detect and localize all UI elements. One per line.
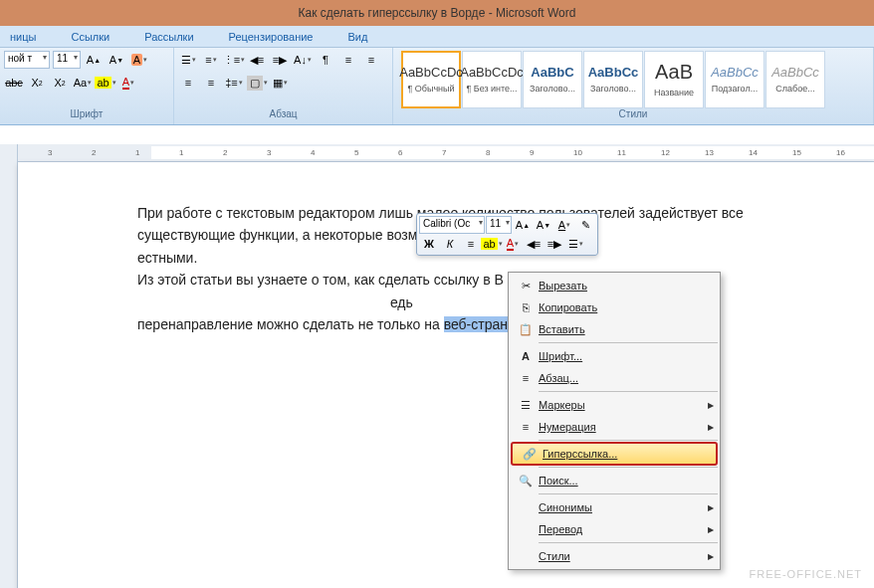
cm-sep bbox=[539, 440, 718, 441]
search-icon: 🔍 bbox=[513, 475, 539, 488]
cm-styles[interactable]: Стили bbox=[509, 545, 720, 567]
multilevel-icon[interactable]: ⋮≡ bbox=[224, 50, 244, 70]
font-group: ной т 11 A▲ A▼ A abc X2 X2 Aa ab A Шрифт bbox=[0, 48, 174, 124]
cm-paragraph[interactable]: ≡Абзац... bbox=[509, 367, 720, 389]
ribbon-tabs: ницы Ссылки Рассылки Рецензирование Вид bbox=[0, 26, 874, 48]
align-left-icon[interactable]: ≡ bbox=[338, 50, 358, 70]
line-spacing-icon[interactable]: ‡≡ bbox=[224, 73, 244, 93]
font-group-label: Шрифт bbox=[4, 108, 169, 122]
outdent-icon[interactable]: ◀≡ bbox=[247, 50, 267, 70]
paragraph-group: ☰ ≡ ⋮≡ ◀≡ ≡▶ A↓ ¶ ≡ ≡ ≡ ≡ ‡≡ ▢ ▦ Абзац bbox=[174, 48, 393, 124]
borders-icon[interactable]: ▦ bbox=[270, 73, 290, 93]
mt-font-combo[interactable]: Calibri (Ос bbox=[419, 216, 485, 234]
cut-icon: ✂ bbox=[513, 280, 539, 293]
sort-icon[interactable]: A↓ bbox=[293, 50, 313, 70]
subscript-icon[interactable]: X2 bbox=[27, 73, 47, 93]
style-box[interactable]: АаВНазвание bbox=[644, 51, 704, 108]
mt-shrink-icon[interactable]: A▼ bbox=[534, 216, 553, 234]
window-title: Как сделать гиперссылку в Ворде - Micros… bbox=[299, 6, 576, 20]
clear-format-icon[interactable]: A bbox=[129, 50, 149, 70]
style-box[interactable]: AaBbCcПодзагол... bbox=[705, 51, 765, 108]
mt-color-icon[interactable]: A bbox=[503, 235, 523, 253]
text-line: Из этой статьи вы узнаете о том, как сде… bbox=[137, 272, 504, 288]
cm-font[interactable]: AШрифт... bbox=[509, 345, 720, 367]
align-right-icon[interactable]: ≡ bbox=[178, 73, 198, 93]
tab-links[interactable]: Ссылки bbox=[71, 31, 109, 43]
context-menu: ✂Вырезать ⎘Копировать 📋Вставить AШрифт..… bbox=[508, 272, 721, 570]
grow-font-icon[interactable]: A▲ bbox=[84, 50, 104, 70]
mt-style-icon[interactable]: A bbox=[554, 216, 574, 234]
show-marks-icon[interactable]: ¶ bbox=[316, 50, 335, 70]
font-size-combo[interactable]: 11 bbox=[53, 51, 81, 69]
cm-translate[interactable]: Перевод bbox=[509, 518, 720, 540]
style-box[interactable]: AaBbCcDc¶ Обычный bbox=[401, 51, 461, 108]
strike-icon[interactable]: abc bbox=[4, 73, 24, 93]
mt-format-painter-icon[interactable]: ✎ bbox=[575, 216, 595, 234]
mt-grow-icon[interactable]: A▲ bbox=[513, 216, 533, 234]
font-icon: A bbox=[513, 350, 539, 362]
numbering-icon: ≡ bbox=[513, 421, 539, 433]
cm-synonyms[interactable]: Синонимы bbox=[509, 496, 720, 518]
tab-review[interactable]: Рецензирование bbox=[229, 31, 314, 43]
mt-bullets-icon[interactable]: ☰ bbox=[565, 235, 585, 253]
mt-outdent-icon[interactable]: ◀≡ bbox=[524, 235, 544, 253]
watermark: FREE-OFFICE.NET bbox=[750, 568, 862, 580]
mt-size-combo[interactable]: 11 bbox=[486, 216, 512, 234]
document-area: 3211234567891011121314151617 При работе … bbox=[18, 144, 874, 588]
styles-group-label: Стили bbox=[397, 108, 869, 122]
mt-indent-icon[interactable]: ≡▶ bbox=[545, 235, 564, 253]
bullets-icon: ☰ bbox=[513, 399, 539, 412]
mt-bold-icon[interactable]: Ж bbox=[419, 235, 439, 253]
cm-paste[interactable]: 📋Вставить bbox=[509, 318, 720, 340]
cm-numbering[interactable]: ≡Нумерация bbox=[509, 416, 720, 438]
vertical-ruler bbox=[0, 144, 18, 588]
shrink-font-icon[interactable]: A▼ bbox=[107, 50, 126, 70]
link-icon: 🔗 bbox=[517, 448, 543, 461]
font-color-icon[interactable]: A bbox=[118, 73, 138, 93]
paragraph-group-label: Абзац bbox=[178, 108, 388, 122]
style-box[interactable]: AaBbCcСлабое... bbox=[765, 51, 825, 108]
tab-pages[interactable]: ницы bbox=[10, 31, 36, 43]
paragraph-icon: ≡ bbox=[513, 372, 539, 384]
shading-icon[interactable]: ▢ bbox=[247, 73, 267, 93]
tab-mail[interactable]: Рассылки bbox=[144, 31, 193, 43]
numbering-icon[interactable]: ≡ bbox=[201, 50, 221, 70]
ribbon: ной т 11 A▲ A▼ A abc X2 X2 Aa ab A Шрифт… bbox=[0, 48, 874, 125]
cm-cut[interactable]: ✂Вырезать bbox=[509, 275, 720, 296]
cm-sep bbox=[539, 467, 718, 468]
cm-hyperlink[interactable]: 🔗Гиперссылка... bbox=[511, 442, 718, 466]
styles-group: AaBbCcDc¶ ОбычныйAaBbCcDc¶ Без инте...Aa… bbox=[393, 48, 874, 124]
mt-center-icon[interactable]: ≡ bbox=[461, 235, 481, 253]
justify-icon[interactable]: ≡ bbox=[201, 73, 221, 93]
mini-toolbar: Calibri (Ос 11 A▲ A▼ A ✎ Ж К ≡ ab A ◀≡ ≡… bbox=[416, 213, 598, 256]
tab-view[interactable]: Вид bbox=[348, 31, 368, 43]
style-box[interactable]: AaBbCЗаголово... bbox=[523, 51, 582, 108]
text-line: перенаправление можно сделать не только … bbox=[137, 316, 444, 332]
align-center-icon[interactable]: ≡ bbox=[361, 50, 381, 70]
font-name-combo[interactable]: ной т bbox=[4, 51, 50, 69]
cm-search[interactable]: 🔍Поиск... bbox=[509, 470, 720, 491]
bullets-icon[interactable]: ☰ bbox=[178, 50, 198, 70]
superscript-icon[interactable]: X2 bbox=[50, 73, 70, 93]
indent-icon[interactable]: ≡▶ bbox=[270, 50, 290, 70]
style-box[interactable]: AaBbCcЗаголово... bbox=[583, 51, 643, 108]
paste-icon: 📋 bbox=[513, 323, 539, 336]
title-bar: Как сделать гиперссылку в Ворде - Micros… bbox=[0, 0, 874, 26]
case-icon[interactable]: Aa bbox=[73, 73, 93, 93]
highlight-icon[interactable]: ab bbox=[96, 73, 115, 93]
text-line: едь bbox=[390, 294, 413, 310]
cm-sep bbox=[539, 493, 718, 494]
cm-sep bbox=[539, 542, 718, 543]
text-line: естными. bbox=[137, 250, 197, 266]
copy-icon: ⎘ bbox=[513, 301, 539, 313]
cm-copy[interactable]: ⎘Копировать bbox=[509, 296, 720, 318]
mt-highlight-icon[interactable]: ab bbox=[482, 235, 502, 253]
cm-sep bbox=[539, 342, 718, 343]
style-box[interactable]: AaBbCcDc¶ Без инте... bbox=[462, 51, 522, 108]
horizontal-ruler[interactable]: 3211234567891011121314151617 bbox=[18, 144, 874, 162]
cm-bullets[interactable]: ☰Маркеры bbox=[509, 394, 720, 416]
mt-italic-icon[interactable]: К bbox=[440, 235, 460, 253]
cm-sep bbox=[539, 391, 718, 392]
